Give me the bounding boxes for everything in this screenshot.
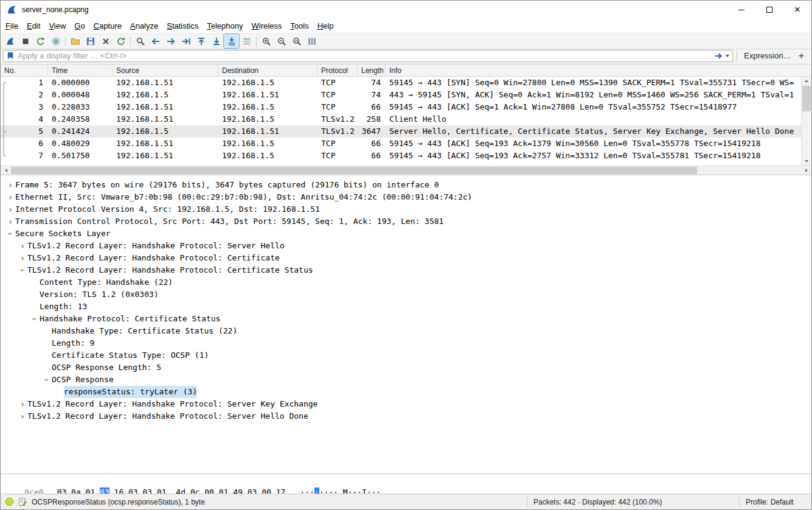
packet-row[interactable]: 20.000048192.168.1.5192.168.1.51TCP74443…	[1, 89, 811, 101]
tree-row-server-hello[interactable]: TLSv1.2 Record Layer: Handshake Protocol…	[1, 240, 811, 252]
menu-analyze[interactable]: Analyze	[126, 20, 162, 32]
go-back-button[interactable]	[148, 34, 163, 48]
expander-icon[interactable]	[5, 215, 15, 228]
column-header-info[interactable]: Info	[386, 65, 811, 76]
apply-filter-button[interactable]	[712, 52, 731, 60]
find-packet-button[interactable]	[133, 34, 148, 48]
tree-row-certificate-status[interactable]: TLSv1.2 Record Layer: Handshake Protocol…	[1, 264, 811, 276]
zoom-in-button[interactable]	[259, 34, 274, 48]
expander-icon[interactable]	[42, 374, 52, 386]
packet-row[interactable]: 60.480029192.168.1.51192.168.1.5TCP66591…	[1, 138, 811, 150]
tree-row-frame[interactable]: Frame 5: 3647 bytes on wire (29176 bits)…	[1, 179, 811, 191]
tree-row-ip[interactable]: Internet Protocol Version 4, Src: 192.16…	[1, 203, 811, 215]
reload-file-button[interactable]	[113, 34, 128, 48]
horizontal-scrollbar-thumb[interactable]	[11, 167, 697, 174]
scroll-down-icon[interactable]	[802, 157, 811, 166]
menu-capture[interactable]: Capture	[89, 20, 126, 32]
tree-row-content-type[interactable]: Content Type: Handshake (22)	[1, 276, 811, 288]
expander-icon[interactable]	[18, 398, 27, 410]
scroll-left-icon[interactable]	[1, 166, 11, 175]
hex-dump-pane[interactable]: 0ce003 0a 01 03 16 03 03 01 4d 0c 00 01 …	[1, 473, 811, 494]
expander-icon[interactable]	[18, 240, 27, 252]
expander-icon[interactable]	[18, 264, 27, 276]
menu-statistics[interactable]: Statistics	[162, 20, 203, 32]
go-last-packet-button[interactable]	[209, 34, 224, 48]
tree-row-version[interactable]: Version: TLS 1.2 (0x0303)	[1, 288, 811, 301]
vertical-scrollbar-thumb[interactable]	[802, 86, 811, 111]
packet-row[interactable]: 30.228033192.168.1.51192.168.1.5TCP66591…	[1, 101, 811, 113]
filter-dropdown-icon[interactable]	[726, 55, 729, 57]
close-button[interactable]	[783, 1, 811, 19]
packet-list-horizontal-scrollbar[interactable]	[1, 166, 811, 175]
column-header-time[interactable]: Time	[48, 65, 113, 76]
display-filter-input[interactable]: Apply a display filter … <Ctrl-/>	[3, 50, 733, 62]
tree-row-certificate[interactable]: TLSv1.2 Record Layer: Handshake Protocol…	[1, 252, 811, 264]
packet-row[interactable]: 40.240358192.168.1.51192.168.1.5TLSv1.22…	[1, 113, 811, 125]
tree-row-handshake-length[interactable]: Length: 9	[1, 337, 811, 349]
tree-row-ocsp-response[interactable]: OCSP Response	[1, 374, 811, 386]
profile-selector[interactable]: Profile: Default	[740, 498, 811, 506]
tree-row-handshake-type[interactable]: Handshake Type: Certificate Status (22)	[1, 325, 811, 337]
expert-info-icon[interactable]	[5, 497, 14, 506]
packet-destination: 192.168.1.51	[218, 89, 318, 101]
minimize-button[interactable]	[727, 1, 755, 19]
menu-go[interactable]: Go	[70, 20, 89, 32]
packet-list-vertical-scrollbar[interactable]	[801, 77, 811, 166]
colorize-button[interactable]	[239, 34, 254, 48]
scroll-up-icon[interactable]	[802, 77, 811, 85]
menu-tools[interactable]: Tools	[286, 20, 313, 32]
packet-row-selected[interactable]: 50.241424192.168.1.5192.168.1.51TLSv1.23…	[1, 125, 811, 138]
resize-columns-button[interactable]	[304, 34, 319, 48]
tree-row-length[interactable]: Length: 13	[1, 301, 811, 313]
tree-row-cert-status-type[interactable]: Certificate Status Type: OCSP (1)	[1, 349, 811, 362]
stop-capture-button[interactable]	[18, 34, 33, 48]
tree-row-ssl[interactable]: Secure Sockets Layer	[1, 228, 811, 240]
zoom-original-button[interactable]	[289, 34, 304, 48]
expander-icon[interactable]	[18, 252, 27, 264]
expander-icon[interactable]	[18, 410, 27, 422]
packet-row[interactable]: 10.000000192.168.1.51192.168.1.5TCP74591…	[1, 77, 811, 89]
go-forward-button[interactable]	[163, 34, 178, 48]
auto-scroll-button[interactable]	[224, 34, 239, 48]
expander-icon[interactable]	[30, 313, 40, 325]
bookmark-icon[interactable]	[6, 51, 15, 60]
expander-icon[interactable]	[5, 203, 15, 215]
menu-view[interactable]: View	[44, 20, 70, 32]
menu-wireless[interactable]: Wireless	[248, 20, 286, 32]
column-header-protocol[interactable]: Protocol	[318, 65, 358, 76]
tree-row-tcp[interactable]: Transmission Control Protocol, Src Port:…	[1, 215, 811, 228]
tree-row-ethernet[interactable]: Ethernet II, Src: Vmware_b7:0b:98 (00:0c…	[1, 191, 811, 203]
go-first-packet-button[interactable]	[193, 34, 209, 48]
column-header-destination[interactable]: Destination	[218, 65, 318, 76]
restart-capture-button[interactable]	[33, 34, 48, 48]
scroll-right-icon[interactable]	[801, 166, 811, 175]
save-file-button[interactable]	[83, 34, 98, 48]
expander-icon[interactable]	[5, 191, 15, 203]
tree-row-handshake-protocol[interactable]: Handshake Protocol: Certificate Status	[1, 313, 811, 325]
zoom-out-button[interactable]	[274, 34, 289, 48]
expander-icon[interactable]	[5, 179, 15, 191]
tree-row-response-status-selected[interactable]: responseStatus: tryLater (3)	[1, 386, 811, 398]
capture-options-button[interactable]	[48, 34, 63, 48]
tree-row-server-hello-done[interactable]: TLSv1.2 Record Layer: Handshake Protocol…	[1, 410, 811, 422]
column-header-no[interactable]: No.	[1, 65, 48, 76]
menu-edit[interactable]: Edit	[23, 20, 44, 32]
packet-row[interactable]: 70.501750192.168.1.51192.168.1.5TCP66591…	[1, 150, 811, 162]
tree-row-ocsp-response-length[interactable]: OCSP Response Length: 5	[1, 362, 811, 374]
wireshark-app-icon[interactable]	[6, 4, 17, 15]
column-header-source[interactable]: Source	[113, 65, 218, 76]
maximize-button[interactable]	[755, 1, 783, 19]
column-header-length[interactable]: Length	[358, 65, 386, 76]
menu-file[interactable]: File	[1, 20, 23, 32]
open-file-button[interactable]	[68, 34, 83, 48]
add-filter-button[interactable]: +	[794, 51, 809, 61]
menu-help[interactable]: Help	[313, 20, 338, 32]
menu-telephony[interactable]: Telephony	[203, 20, 247, 32]
go-to-packet-button[interactable]	[178, 34, 193, 48]
expander-icon[interactable]	[5, 228, 15, 240]
start-capture-button[interactable]	[2, 34, 18, 48]
close-file-button[interactable]	[98, 34, 113, 48]
expression-button[interactable]: Expression…	[741, 51, 794, 60]
capture-comment-icon[interactable]	[18, 497, 27, 506]
tree-row-server-key-exchange[interactable]: TLSv1.2 Record Layer: Handshake Protocol…	[1, 398, 811, 410]
